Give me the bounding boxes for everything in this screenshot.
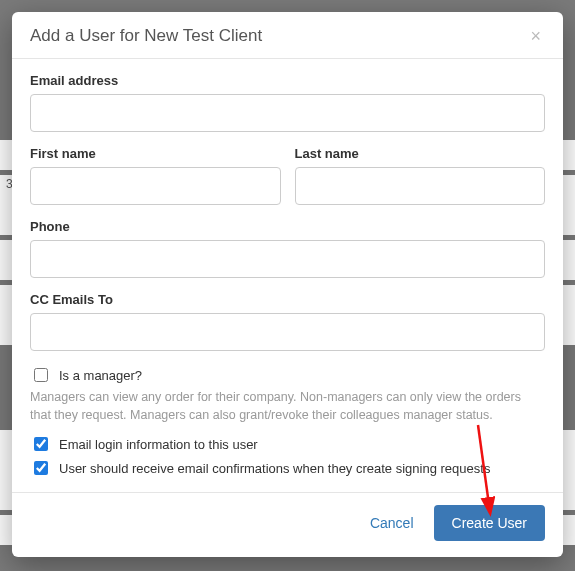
add-user-modal: Add a User for New Test Client × Email a… bbox=[12, 12, 563, 557]
email-field[interactable] bbox=[30, 94, 545, 132]
phone-field[interactable] bbox=[30, 240, 545, 278]
modal-body: Email address First name Last name Phone… bbox=[12, 59, 563, 492]
cc-emails-field[interactable] bbox=[30, 313, 545, 351]
cc-emails-label: CC Emails To bbox=[30, 292, 545, 307]
first-name-field[interactable] bbox=[30, 167, 281, 205]
modal-footer: Cancel Create User bbox=[12, 492, 563, 557]
close-icon[interactable]: × bbox=[526, 27, 545, 45]
email-login-checkbox[interactable] bbox=[34, 437, 48, 451]
phone-label: Phone bbox=[30, 219, 545, 234]
last-name-label: Last name bbox=[295, 146, 546, 161]
is-manager-label: Is a manager? bbox=[59, 368, 142, 383]
create-user-button[interactable]: Create User bbox=[434, 505, 545, 541]
manager-help-text: Managers can view any order for their co… bbox=[30, 389, 545, 424]
is-manager-checkbox[interactable] bbox=[34, 368, 48, 382]
email-label: Email address bbox=[30, 73, 545, 88]
last-name-field[interactable] bbox=[295, 167, 546, 205]
email-confirm-checkbox[interactable] bbox=[34, 461, 48, 475]
email-confirm-label: User should receive email confirmations … bbox=[59, 461, 490, 476]
email-login-label: Email login information to this user bbox=[59, 437, 258, 452]
modal-header: Add a User for New Test Client × bbox=[12, 12, 563, 59]
first-name-label: First name bbox=[30, 146, 281, 161]
modal-title: Add a User for New Test Client bbox=[30, 26, 262, 46]
cancel-button[interactable]: Cancel bbox=[364, 505, 420, 541]
